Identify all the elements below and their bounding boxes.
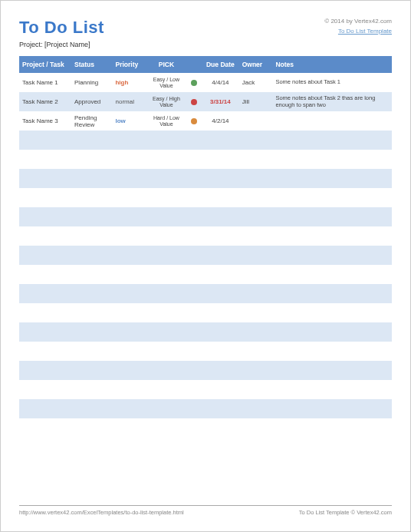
cell-due[interactable]: 3/31/14 bbox=[202, 92, 239, 111]
table-row-empty[interactable] bbox=[19, 207, 392, 226]
cell-priority[interactable]: normal bbox=[112, 92, 146, 111]
status-dot-icon bbox=[191, 80, 197, 86]
project-name: [Project Name] bbox=[44, 41, 90, 48]
col-priority: Priority bbox=[112, 56, 146, 73]
header: To Do List © 2014 by Vertex42.com To Do … bbox=[19, 18, 392, 38]
col-due: Due Date bbox=[202, 56, 239, 73]
table-row-empty[interactable] bbox=[19, 342, 392, 361]
status-dot-icon bbox=[191, 99, 197, 105]
header-right: © 2014 by Vertex42.com To Do List Templa… bbox=[324, 18, 392, 35]
table-row-empty[interactable] bbox=[19, 418, 392, 438]
footer: http://www.vertex42.com/ExcelTemplates/t… bbox=[19, 505, 392, 516]
cell-notes[interactable]: Some notes about Task 2 thas are long en… bbox=[272, 92, 392, 111]
template-link[interactable]: To Do List Template bbox=[324, 28, 392, 35]
copyright-text: © 2014 by Vertex42.com bbox=[324, 18, 392, 25]
table-body: Task Name 1PlanninghighEasy / Low Value4… bbox=[19, 73, 392, 438]
table-row-empty[interactable] bbox=[19, 188, 392, 207]
cell-priority[interactable]: low bbox=[112, 111, 146, 131]
cell-status[interactable]: Planning bbox=[71, 73, 112, 92]
cell-status[interactable]: Pending Review bbox=[71, 111, 112, 131]
table-row[interactable]: Task Name 3Pending ReviewlowHard / Low V… bbox=[19, 111, 392, 131]
table-row-empty[interactable] bbox=[19, 150, 392, 169]
cell-task[interactable]: Task Name 3 bbox=[19, 111, 71, 131]
table-row-empty[interactable] bbox=[19, 265, 392, 284]
footer-credit: To Do List Template © Vertex42.com bbox=[299, 509, 392, 516]
cell-indicator bbox=[187, 73, 202, 92]
table-header-row: Project / Task Status Priority PICK Due … bbox=[19, 56, 392, 73]
todo-table: Project / Task Status Priority PICK Due … bbox=[19, 56, 392, 438]
table-row-empty[interactable] bbox=[19, 131, 392, 150]
col-task: Project / Task bbox=[19, 56, 71, 73]
table-row[interactable]: Task Name 2ApprovednormalEasy / High Val… bbox=[19, 92, 392, 111]
table-row-empty[interactable] bbox=[19, 246, 392, 265]
cell-indicator bbox=[187, 92, 202, 111]
table-row-empty[interactable] bbox=[19, 284, 392, 303]
col-notes: Notes bbox=[272, 56, 392, 73]
cell-owner[interactable] bbox=[239, 111, 273, 131]
cell-status[interactable]: Approved bbox=[71, 92, 112, 111]
cell-owner[interactable]: Jack bbox=[239, 73, 273, 92]
cell-notes[interactable]: Some notes about Task 1 bbox=[272, 73, 392, 92]
table-row[interactable]: Task Name 1PlanninghighEasy / Low Value4… bbox=[19, 73, 392, 92]
cell-due[interactable]: 4/2/14 bbox=[202, 111, 239, 131]
cell-owner[interactable]: Jill bbox=[239, 92, 273, 111]
table-row-empty[interactable] bbox=[19, 361, 392, 380]
col-dot bbox=[187, 56, 202, 73]
table-row-empty[interactable] bbox=[19, 169, 392, 188]
col-owner: Owner bbox=[239, 56, 273, 73]
cell-task[interactable]: Task Name 1 bbox=[19, 73, 71, 92]
cell-task[interactable]: Task Name 2 bbox=[19, 92, 71, 111]
cell-due[interactable]: 4/4/14 bbox=[202, 73, 239, 92]
status-dot-icon bbox=[191, 118, 197, 124]
cell-indicator bbox=[187, 111, 202, 131]
table-row-empty[interactable] bbox=[19, 303, 392, 322]
cell-notes[interactable] bbox=[272, 111, 392, 131]
project-line: Project: [Project Name] bbox=[19, 41, 392, 48]
col-status: Status bbox=[71, 56, 112, 73]
table-row-empty[interactable] bbox=[19, 226, 392, 246]
col-pick: PICK bbox=[146, 56, 186, 73]
cell-priority[interactable]: high bbox=[112, 73, 146, 92]
table-row-empty[interactable] bbox=[19, 380, 392, 399]
cell-pick[interactable]: Easy / Low Value bbox=[146, 73, 186, 92]
cell-pick[interactable]: Hard / Low Value bbox=[146, 111, 186, 131]
table-row-empty[interactable] bbox=[19, 399, 392, 418]
page-title: To Do List bbox=[19, 18, 104, 38]
project-label: Project: bbox=[19, 41, 43, 48]
cell-pick[interactable]: Easy / High Value bbox=[146, 92, 186, 111]
footer-url: http://www.vertex42.com/ExcelTemplates/t… bbox=[19, 509, 184, 516]
table-row-empty[interactable] bbox=[19, 322, 392, 342]
